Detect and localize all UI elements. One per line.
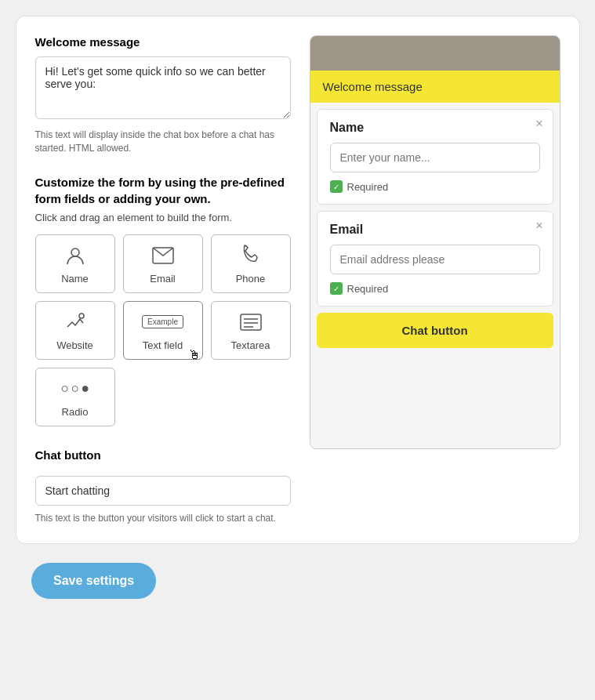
preview-spacer (310, 354, 560, 448)
preview-chat-button[interactable]: Chat button (317, 313, 553, 348)
preview-name-close-button[interactable]: × (535, 118, 542, 130)
form-element-phone-label: Phone (236, 273, 266, 285)
svg-point-9 (82, 386, 88, 391)
customize-hint: Click and drag an element to build the f… (35, 212, 291, 223)
form-element-website[interactable]: Website (35, 301, 115, 360)
form-element-textfield[interactable]: Example Text field 🖱 (123, 301, 203, 360)
chat-button-section-title: Chat button (35, 448, 291, 462)
form-element-textfield-label: Text field (143, 339, 183, 351)
radio-icon (61, 378, 89, 400)
form-element-email[interactable]: Email (123, 234, 203, 293)
svg-rect-3 (241, 314, 261, 330)
preview-header (310, 36, 560, 71)
form-element-website-label: Website (56, 339, 93, 351)
form-element-radio-label: Radio (62, 406, 89, 418)
form-element-textarea-label: Textarea (231, 339, 270, 351)
form-element-phone[interactable]: Phone (211, 234, 291, 293)
svg-point-7 (62, 386, 67, 391)
preview-name-required-row: ✓ Required (330, 180, 540, 193)
textfield-icon: Example (149, 311, 177, 333)
preview-name-block: Name × ✓ Required (317, 109, 553, 205)
form-elements-grid: Name Email (35, 234, 291, 426)
welcome-hint-text: This text will display inside the chat b… (35, 129, 291, 155)
chat-button-input[interactable] (35, 476, 291, 506)
preview-email-input[interactable] (330, 245, 540, 274)
svg-point-2 (79, 314, 84, 318)
welcome-message-textarea[interactable]: Hi! Let's get some quick info so we can … (35, 56, 291, 119)
phone-icon (237, 245, 265, 267)
main-card: Welcome message Hi! Let's get some quick… (16, 16, 580, 544)
left-panel: Welcome message Hi! Let's get some quick… (35, 35, 291, 524)
preview-name-input[interactable] (330, 143, 540, 172)
form-element-email-label: Email (150, 273, 176, 285)
preview-email-close-button[interactable]: × (535, 219, 542, 232)
welcome-message-title: Welcome message (35, 35, 291, 49)
right-panel: Welcome message Name × ✓ Required Email … (310, 35, 561, 524)
chat-button-hint: This text is the button your visitors wi… (35, 512, 291, 525)
form-element-radio[interactable]: Radio (35, 368, 115, 426)
svg-point-8 (72, 386, 78, 391)
customize-title: Customize the form by using the pre-defi… (35, 174, 291, 207)
svg-point-0 (71, 248, 79, 256)
preview-email-block: Email × ✓ Required (317, 211, 553, 306)
form-element-textarea[interactable]: Textarea (211, 301, 291, 360)
preview-email-title: Email (330, 223, 540, 237)
chat-button-section: Chat button This text is the button your… (35, 448, 291, 525)
preview-email-required-checkbox: ✓ (330, 282, 343, 295)
form-element-name-label: Name (61, 273, 89, 285)
form-element-name[interactable]: Name (35, 234, 115, 293)
preview-email-required-row: ✓ Required (330, 282, 540, 295)
preview-name-required-label: Required (347, 181, 389, 193)
preview-email-required-label: Required (347, 283, 389, 295)
name-icon (61, 245, 89, 267)
website-icon (61, 311, 89, 333)
textarea-icon (237, 311, 265, 333)
preview-box: Welcome message Name × ✓ Required Email … (310, 35, 561, 449)
save-settings-button[interactable]: Save settings (31, 563, 156, 599)
email-icon (149, 245, 177, 267)
preview-name-required-checkbox: ✓ (330, 180, 343, 193)
customize-section: Customize the form by using the pre-defi… (35, 174, 291, 426)
cursor-icon: 🖱 (188, 348, 201, 362)
preview-welcome-message: Welcome message (310, 71, 560, 103)
preview-name-title: Name (330, 121, 540, 135)
